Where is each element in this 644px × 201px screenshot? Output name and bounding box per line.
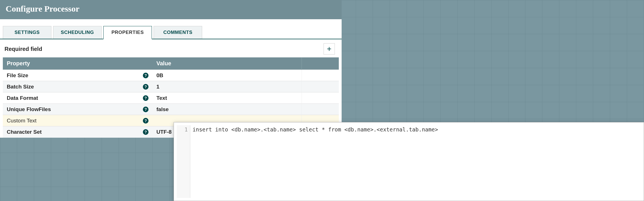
help-icon[interactable]: ? [143, 84, 149, 90]
plus-icon: + [327, 44, 331, 53]
tab-scheduling[interactable]: SCHEDULING [53, 26, 102, 39]
property-name: File Size [7, 72, 28, 79]
table-row[interactable]: Data Format? Text [3, 92, 339, 104]
property-actions [302, 81, 339, 92]
table-row[interactable]: File Size? 0B [3, 70, 339, 81]
property-name: Unique FlowFiles [7, 106, 51, 113]
column-header-value: Value [152, 57, 302, 70]
dialog-title: Configure Processor [0, 0, 342, 19]
property-name: Data Format [7, 95, 38, 101]
column-header-property: Property [3, 57, 152, 70]
configure-processor-dialog: Configure Processor SETTINGS SCHEDULING … [0, 0, 342, 138]
table-row[interactable]: Batch Size? 1 [3, 81, 339, 92]
code-editor-popup[interactable]: 1 insert into <db.name>.<tab.name> selec… [174, 122, 644, 201]
editor-gutter: 1 [177, 125, 190, 198]
help-icon[interactable]: ? [143, 73, 149, 78]
tab-bar: SETTINGS SCHEDULING PROPERTIES COMMENTS [0, 19, 342, 39]
property-value[interactable]: 1 [152, 81, 302, 92]
line-number: 1 [178, 126, 188, 133]
property-actions [302, 104, 339, 115]
help-icon[interactable]: ? [143, 129, 149, 135]
property-value[interactable]: 0B [152, 70, 302, 81]
property-actions [302, 70, 339, 81]
table-row[interactable]: Unique FlowFiles? false [3, 104, 339, 115]
editor-content[interactable]: insert into <db.name>.<tab.name> select … [190, 125, 641, 198]
help-icon[interactable]: ? [143, 95, 149, 101]
property-name: Character Set [7, 129, 42, 135]
help-icon[interactable]: ? [143, 107, 149, 112]
add-property-button[interactable]: + [324, 43, 335, 55]
properties-section-head: Required field + [0, 39, 342, 57]
required-field-label: Required field [5, 46, 42, 52]
tab-settings[interactable]: SETTINGS [3, 26, 51, 39]
tab-comments[interactable]: COMMENTS [154, 26, 202, 39]
column-header-actions [302, 57, 339, 70]
tab-properties[interactable]: PROPERTIES [103, 26, 152, 39]
property-name: Custom Text [7, 118, 36, 124]
dialog-body: SETTINGS SCHEDULING PROPERTIES COMMENTS … [0, 19, 342, 138]
help-icon[interactable]: ? [143, 118, 149, 124]
property-name: Batch Size [7, 84, 34, 90]
property-value[interactable]: Text [152, 92, 302, 104]
property-actions [302, 92, 339, 104]
property-value[interactable]: false [152, 104, 302, 115]
